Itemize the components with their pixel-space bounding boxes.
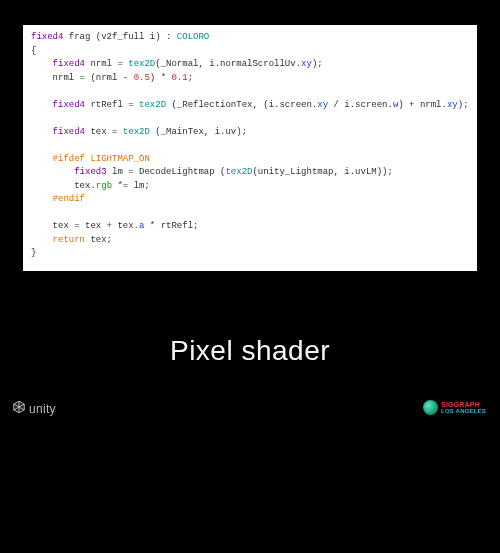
code-token: return bbox=[53, 235, 85, 245]
code-token: fixed3 bbox=[74, 167, 106, 177]
code-token: ; bbox=[188, 73, 193, 83]
code-token: COLORO bbox=[177, 32, 209, 42]
code-token: tex = bbox=[85, 127, 123, 137]
code-token: xy bbox=[301, 59, 312, 69]
code-token: (_ReflectionTex, (i.screen. bbox=[166, 100, 317, 110]
code-token: #ifdef LIGHTMAP_ON bbox=[53, 154, 150, 164]
code-token: tex. bbox=[74, 181, 96, 191]
code-token: ); bbox=[312, 59, 323, 69]
code-token: #endif bbox=[53, 194, 85, 204]
code-token: nrml = (nrml - bbox=[53, 73, 134, 83]
code-token: fixed4 bbox=[53, 127, 85, 137]
code-token: fixed4 bbox=[53, 59, 85, 69]
slide: fixed4 frag (v2f_full i) : COLORO { fixe… bbox=[0, 0, 500, 553]
code-token: tex2D bbox=[139, 100, 166, 110]
code-token: xy bbox=[447, 100, 458, 110]
code-token: (_MainTex, i.uv); bbox=[150, 127, 247, 137]
code-token: tex2D bbox=[225, 167, 252, 177]
code-token: frag (v2f_full i) : bbox=[63, 32, 176, 42]
code-token: tex2D bbox=[128, 59, 155, 69]
code-token: (_Normal, i.normalScrollUv. bbox=[155, 59, 301, 69]
slide-title: Pixel shader bbox=[0, 335, 500, 367]
siggraph-line1: SIGGRAPH bbox=[441, 401, 486, 408]
code-token: ) * bbox=[150, 73, 172, 83]
code-token: / i.screen. bbox=[328, 100, 393, 110]
siggraph-line2: LOS ANGELES bbox=[441, 408, 486, 414]
code-panel: fixed4 frag (v2f_full i) : COLORO { fixe… bbox=[23, 25, 477, 271]
code-token: rgb bbox=[96, 181, 112, 191]
code-token: tex = tex + tex. bbox=[53, 221, 139, 231]
code-token: tex2D bbox=[123, 127, 150, 137]
code-token: lm = DecodeLightmap ( bbox=[107, 167, 226, 177]
code-token: tex; bbox=[85, 235, 112, 245]
code-token: * rtRefl; bbox=[144, 221, 198, 231]
code-token: 0.5 bbox=[134, 73, 150, 83]
unity-logo: unity bbox=[12, 400, 56, 417]
code-token: ) + nrml. bbox=[398, 100, 447, 110]
code-token: fixed4 bbox=[53, 100, 85, 110]
code-token: ); bbox=[458, 100, 469, 110]
siggraph-text: SIGGRAPH LOS ANGELES bbox=[441, 401, 486, 414]
unity-cube-icon bbox=[12, 400, 26, 417]
unity-logo-text: unity bbox=[29, 402, 56, 416]
swirl-icon bbox=[423, 400, 438, 415]
code-token: 0.1 bbox=[171, 73, 187, 83]
code-token: nrml = bbox=[85, 59, 128, 69]
code-token: (unity_Lightmap, i.uvLM)); bbox=[252, 167, 392, 177]
code-token: *= lm; bbox=[112, 181, 150, 191]
code-token: xy bbox=[317, 100, 328, 110]
code-token: fixed4 bbox=[31, 32, 63, 42]
code-token: rtRefl = bbox=[85, 100, 139, 110]
siggraph-logo: SIGGRAPH LOS ANGELES bbox=[423, 400, 486, 415]
